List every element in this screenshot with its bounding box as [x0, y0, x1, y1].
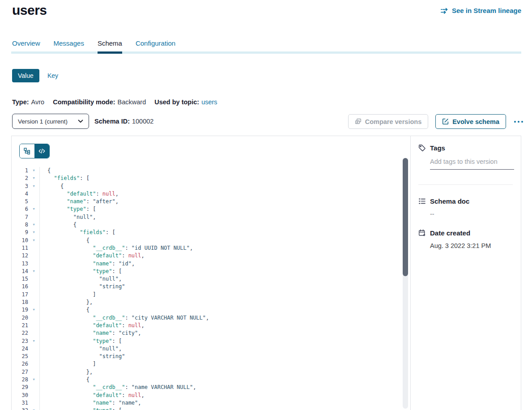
fold-spacer: [28, 299, 40, 306]
code-line: 15 "null",: [12, 275, 402, 283]
fold-toggle-icon[interactable]: ▼: [28, 229, 40, 236]
page-title: users: [12, 3, 47, 18]
fold-toggle-icon[interactable]: ▼: [28, 268, 40, 275]
fold-toggle-icon[interactable]: ▼: [28, 183, 40, 190]
fold-spacer: [28, 260, 40, 268]
line-number: 15: [12, 275, 28, 283]
code-text: },: [40, 299, 402, 306]
editor-view-toggle: [19, 144, 50, 158]
fold-toggle-icon[interactable]: ▼: [28, 306, 40, 314]
code-text: "__crdb__": "id UUID NOT NULL",: [40, 244, 402, 252]
code-text: "default": null,: [40, 322, 402, 329]
fold-toggle-icon[interactable]: ▼: [28, 237, 40, 244]
fold-toggle-icon[interactable]: ▼: [28, 376, 40, 384]
code-text: "name": "city",: [40, 329, 402, 337]
schema-meta-row: Type: Avro Compatibility mode: Backward …: [12, 98, 217, 106]
evolve-schema-label: Evolve schema: [452, 118, 499, 125]
line-number: 31: [12, 399, 28, 407]
code-text: "__crdb__": "name VARCHAR NULL",: [40, 384, 402, 391]
code-text: "name": "id",: [40, 260, 402, 268]
line-number: 7: [12, 214, 28, 221]
code-text: {: [40, 183, 402, 190]
code-text: "type": [: [40, 407, 402, 410]
line-number: 26: [12, 360, 28, 368]
fold-toggle-icon[interactable]: ▼: [28, 175, 40, 182]
compare-versions-button[interactable]: Compare versions: [348, 114, 429, 129]
value-toggle-button[interactable]: Value: [12, 69, 39, 82]
line-number: 32: [12, 407, 28, 410]
compare-versions-label: Compare versions: [365, 118, 422, 125]
code-line: 30 "default": null,: [12, 392, 402, 399]
code-text: "string": [40, 353, 402, 360]
code-line: 25 "string": [12, 353, 402, 360]
fold-toggle-icon[interactable]: ▼: [28, 205, 40, 213]
tab-schema[interactable]: Schema: [98, 39, 122, 54]
chevron-down-icon: [78, 120, 83, 123]
date-created-heading: Date created: [418, 229, 513, 237]
tab-bar-track: [11, 51, 521, 54]
fold-spacer: [28, 198, 40, 205]
code-text: {: [40, 306, 402, 314]
code-text: "name": "name",: [40, 399, 402, 407]
code-line: 6▼ "type": [: [12, 205, 402, 213]
code-line: 8▼ {: [12, 221, 402, 229]
schema-doc-heading: Schema doc: [418, 197, 513, 205]
fold-spacer: [28, 252, 40, 260]
evolve-schema-button[interactable]: Evolve schema: [435, 114, 506, 129]
version-select[interactable]: Version 1 (current): [12, 114, 89, 129]
key-toggle-button[interactable]: Key: [46, 69, 60, 82]
editor-scrollbar-track[interactable]: [403, 158, 408, 409]
code-text: {: [40, 167, 402, 175]
schema-info-sidebar: Tags Schema doc --: [410, 136, 521, 410]
type-label: Type:: [12, 98, 29, 106]
fold-toggle-icon[interactable]: ▼: [28, 167, 40, 175]
stream-lineage-link[interactable]: See in Stream lineage: [441, 7, 521, 14]
code-line: 16 "string": [12, 283, 402, 290]
code-line: 29 "__crdb__": "name VARCHAR NULL",: [12, 384, 402, 391]
tree-view-button[interactable]: [20, 144, 34, 158]
add-tags-input[interactable]: [430, 158, 514, 170]
tab-overview[interactable]: Overview: [12, 39, 40, 54]
fold-spacer: [28, 214, 40, 221]
schema-doc-section: Schema doc --: [418, 197, 513, 218]
code-text: ]: [40, 360, 402, 368]
schema-panel: 1▼{2▼ "fields": [3▼ {4 "default": null,5…: [11, 136, 521, 410]
fold-spacer: [28, 368, 40, 376]
version-actions: Compare versions Evolve schema: [348, 114, 524, 129]
code-text: "__crdb__": "city VARCHAR NOT NULL",: [40, 314, 402, 322]
line-number: 29: [12, 384, 28, 391]
code-text: "fields": [: [40, 229, 402, 236]
code-text: ]: [40, 291, 402, 299]
schema-doc-value: --: [430, 210, 513, 218]
more-options-button[interactable]: [513, 119, 524, 124]
line-number: 10: [12, 237, 28, 244]
compatibility-value: Backward: [118, 98, 146, 106]
fold-spacer: [28, 345, 40, 353]
fold-toggle-icon[interactable]: ▼: [28, 221, 40, 229]
fold-spacer: [28, 291, 40, 299]
fold-spacer: [28, 283, 40, 290]
code-line: 18 },: [12, 299, 402, 306]
editor-scrollbar-thumb[interactable]: [403, 158, 408, 276]
fold-toggle-icon[interactable]: ▼: [28, 337, 40, 345]
code-text: "null",: [40, 275, 402, 283]
code-line: 14▼ "type": [: [12, 268, 402, 275]
line-number: 23: [12, 337, 28, 345]
code-text: "default": null,: [40, 190, 402, 198]
line-number: 8: [12, 221, 28, 229]
tab-configuration[interactable]: Configuration: [136, 39, 175, 54]
meta-used-by-topic: Used by topic: users: [154, 98, 217, 106]
meta-compatibility: Compatibility mode: Backward: [53, 98, 146, 106]
code-view-button[interactable]: [34, 144, 49, 158]
fold-toggle-icon[interactable]: ▼: [28, 407, 40, 410]
topic-link[interactable]: users: [201, 98, 217, 106]
fold-spacer: [28, 190, 40, 198]
edit-icon: [442, 118, 449, 125]
line-number: 5: [12, 198, 28, 205]
line-number: 13: [12, 260, 28, 268]
tab-messages[interactable]: Messages: [54, 39, 84, 54]
line-number: 11: [12, 244, 28, 252]
stream-lineage-label: See in Stream lineage: [452, 7, 521, 14]
tab-bar: Overview Messages Schema Configuration: [11, 39, 521, 54]
schema-id-label: Schema ID:: [94, 118, 130, 125]
